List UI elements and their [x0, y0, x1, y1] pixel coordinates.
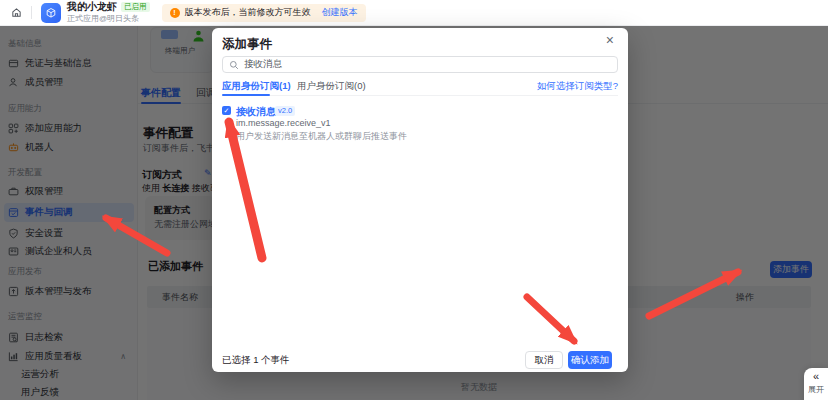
- create-version-link[interactable]: 创建版本: [322, 6, 358, 19]
- event-code: im.message.receive_v1: [236, 118, 331, 128]
- expand-panel-button[interactable]: « 展开: [804, 368, 828, 400]
- event-name: 接收消息: [236, 105, 276, 119]
- modal-active-tab-underline: [222, 94, 270, 96]
- warning-icon: !: [170, 8, 180, 18]
- tab-user-subscription[interactable]: 用户身份订阅(0): [297, 80, 366, 93]
- search-icon: [229, 60, 239, 70]
- confirm-add-button[interactable]: 确认添加: [568, 351, 612, 369]
- expand-label: 展开: [804, 384, 828, 395]
- app-meta: 我的小龙虾 已启用 正式应用@明日头条: [67, 2, 150, 23]
- top-header: 我的小龙虾 已启用 正式应用@明日头条 ! 版本发布后，当前修改方可生效 创建版…: [0, 0, 828, 26]
- close-icon[interactable]: ×: [606, 33, 614, 47]
- app-window: 我的小龙虾 已启用 正式应用@明日头条 ! 版本发布后，当前修改方可生效 创建版…: [0, 0, 828, 400]
- app-subtitle: 正式应用@明日头条: [67, 15, 150, 23]
- cube-icon: [44, 6, 58, 20]
- app-title: 我的小龙虾: [67, 2, 117, 12]
- search-input[interactable]: [244, 59, 611, 70]
- header-divider: [31, 6, 32, 19]
- banner-text: 版本发布后，当前修改方可生效: [185, 6, 311, 19]
- home-icon: [11, 7, 22, 18]
- subscription-help-link[interactable]: 如何选择订阅类型?: [537, 80, 618, 93]
- double-chevron-left-icon: «: [804, 371, 828, 382]
- tab-app-subscription[interactable]: 应用身份订阅(1): [222, 80, 291, 93]
- checkbox-checked[interactable]: ✓: [222, 106, 231, 115]
- add-event-modal: 添加事件 × 应用身份订阅(1) 用户身份订阅(0) 如何选择订阅类型? ✓ 接…: [212, 28, 628, 372]
- event-version-badge: v2.0: [275, 106, 295, 116]
- cancel-button[interactable]: 取消: [525, 351, 563, 369]
- selected-count-text: 已选择 1 个事件: [222, 354, 290, 367]
- event-search-box: [222, 56, 618, 73]
- app-status-badge: 已启用: [121, 2, 150, 12]
- modal-title: 添加事件: [222, 36, 272, 53]
- home-button[interactable]: [7, 4, 25, 22]
- event-description: 用户发送新消息至机器人或群聊后推送事件: [236, 130, 407, 143]
- app-logo: [41, 3, 61, 23]
- version-warning-banner: ! 版本发布后，当前修改方可生效 创建版本: [162, 4, 366, 22]
